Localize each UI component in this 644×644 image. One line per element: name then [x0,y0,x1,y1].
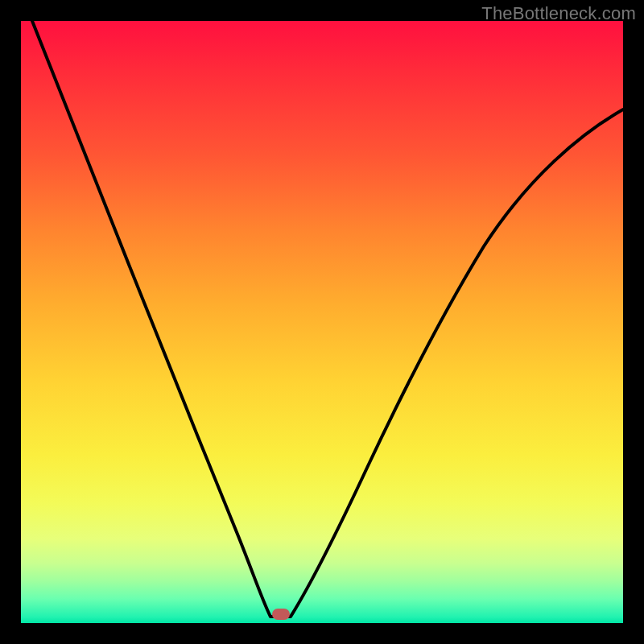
min-bottleneck-marker [272,609,290,620]
curve-layer [21,21,623,623]
chart-frame: TheBottleneck.com [0,0,644,644]
watermark-text: TheBottleneck.com [481,3,636,24]
plot-area [21,21,623,623]
bottleneck-curve [32,21,623,617]
